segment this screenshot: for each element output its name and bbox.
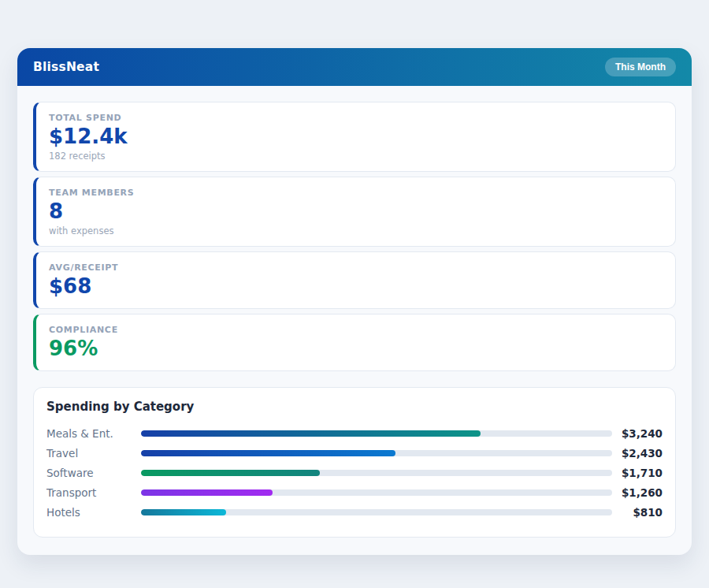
stat-label: AVG/RECEIPT [49, 262, 663, 273]
category-label: Hotels [46, 506, 141, 519]
category-label: Software [46, 467, 141, 479]
category-label: Meals & Ent. [46, 427, 141, 440]
stat-subtext: with expenses [49, 225, 663, 236]
bar-value: $810 [612, 506, 663, 519]
bar-track [141, 470, 612, 476]
period-badge[interactable]: This Month [605, 58, 676, 76]
bar-track [141, 489, 612, 496]
chart-row: Transport$1,260 [46, 483, 663, 503]
stat-label: COMPLIANCE [49, 325, 663, 335]
stat-subtext: 182 receipts [49, 151, 663, 162]
bar-value: $1,260 [612, 486, 663, 499]
bar-value: $3,240 [612, 427, 663, 440]
category-bar-chart: Meals & Ent.$3,240Travel$2,430Software$1… [46, 424, 663, 523]
stat-value: $12.4k [49, 125, 663, 149]
bar-value: $2,430 [612, 447, 663, 460]
bar-fill [141, 450, 395, 456]
app-title: BlissNeat [33, 60, 99, 74]
stat-label: TOTAL SPEND [49, 113, 663, 123]
stat-card-total-spend: TOTAL SPEND $12.4k 182 receipts [33, 102, 676, 172]
category-label: Transport [46, 486, 141, 499]
stat-label: TEAM MEMBERS [49, 188, 663, 198]
bar-track [141, 430, 612, 437]
bar-track [141, 450, 612, 456]
dashboard-panel: BlissNeat This Month TOTAL SPEND $12.4k … [17, 48, 692, 555]
dashboard-content: TOTAL SPEND $12.4k 182 receipts TEAM MEM… [17, 86, 692, 555]
bar-fill [141, 470, 320, 476]
chart-row: Meals & Ent.$3,240 [46, 424, 663, 444]
stat-card-avg-receipt: AVG/RECEIPT $68 [33, 251, 676, 309]
stat-value: 8 [49, 200, 663, 224]
bar-fill [141, 509, 226, 515]
stat-value: 96% [49, 337, 663, 361]
chart-title: Spending by Category [46, 400, 663, 414]
stat-card-compliance: COMPLIANCE 96% [33, 314, 676, 371]
bar-fill [141, 489, 273, 496]
chart-row: Software$1,710 [46, 463, 663, 483]
bar-value: $1,710 [612, 467, 663, 479]
stat-value: $68 [49, 275, 663, 299]
chart-row: Hotels$810 [46, 503, 663, 523]
stat-card-team-members: TEAM MEMBERS 8 with expenses [33, 177, 676, 247]
spending-by-category-card: Spending by Category Meals & Ent.$3,240T… [33, 387, 676, 538]
chart-row: Travel$2,430 [46, 444, 663, 463]
bar-track [141, 509, 612, 515]
app-header: BlissNeat This Month [17, 48, 692, 86]
category-label: Travel [46, 447, 141, 460]
bar-fill [141, 430, 481, 437]
